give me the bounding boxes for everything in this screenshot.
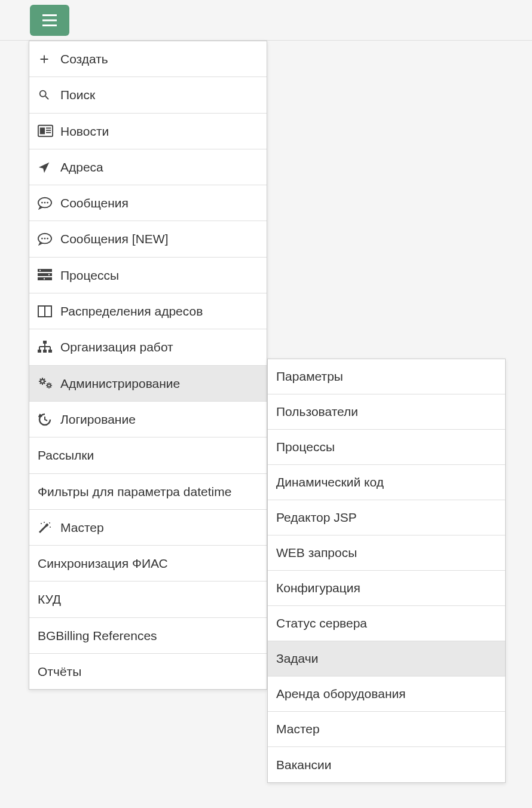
menu-item-label: Адреса [60, 159, 258, 175]
menu-item-label: Фильтры для параметра datetime [38, 483, 258, 500]
submenu-item-8[interactable]: Задачи [268, 641, 505, 677]
submenu-item-label: Редактор JSP [276, 510, 357, 525]
svg-rect-24 [43, 341, 47, 344]
menu-item-4[interactable]: Сообщения [29, 185, 267, 221]
menu-item-label: Распределения адресов [60, 303, 258, 319]
menu-item-11[interactable]: Рассылки [29, 437, 267, 473]
submenu-item-6[interactable]: Конфигурация [268, 571, 505, 606]
submenu-item-label: Конфигурация [276, 581, 360, 595]
gears-icon [38, 377, 60, 390]
menu-item-12[interactable]: Фильтры для параметра datetime [29, 474, 267, 510]
plus-icon [38, 53, 60, 66]
submenu-item-1[interactable]: Пользователи [268, 394, 505, 430]
menu-item-3[interactable]: Адреса [29, 149, 267, 185]
magic-icon [38, 521, 60, 534]
sub-menu: ПараметрыПользователиПроцессыДинамически… [267, 359, 506, 783]
submenu-item-label: Мастер [276, 722, 320, 736]
menu-item-label: Организация работ [60, 339, 258, 355]
svg-rect-20 [48, 274, 50, 276]
submenu-item-label: Параметры [276, 369, 343, 384]
submenu-item-label: Динамический код [276, 475, 384, 489]
location-icon [38, 161, 60, 174]
menu-item-label: Мастер [60, 519, 258, 535]
menu-item-7[interactable]: Распределения адресов [29, 293, 267, 329]
hamburger-button[interactable] [30, 5, 69, 36]
menu-item-label: Новости [60, 123, 258, 139]
svg-rect-26 [43, 350, 47, 353]
chat-icon [38, 197, 60, 210]
menu-item-label: Процессы [60, 267, 258, 283]
menu-item-17[interactable]: Отчёты [29, 654, 267, 689]
svg-point-15 [47, 238, 48, 240]
svg-rect-21 [44, 278, 45, 280]
submenu-item-label: Пользователи [276, 405, 358, 419]
svg-point-33 [41, 379, 44, 383]
svg-rect-7 [46, 132, 51, 133]
submenu-item-3[interactable]: Динамический код [268, 465, 505, 500]
svg-point-40 [44, 522, 45, 523]
menu-item-label: Поиск [60, 87, 258, 103]
submenu-item-label: Аренда оборудования [276, 687, 406, 701]
svg-rect-2 [42, 25, 57, 26]
svg-rect-0 [42, 14, 57, 16]
svg-point-13 [41, 238, 43, 240]
news-icon [38, 124, 60, 137]
menu-item-label: КУД [38, 591, 258, 607]
menu-item-13[interactable]: Мастер [29, 510, 267, 546]
svg-rect-1 [42, 19, 57, 21]
menu-item-10[interactable]: Логирование [29, 402, 267, 437]
submenu-item-label: Статус сервера [276, 616, 367, 631]
menu-item-label: Логирование [60, 411, 258, 427]
submenu-item-11[interactable]: Вакансии [268, 747, 505, 782]
menu-item-label: Сообщения [NEW] [60, 231, 258, 247]
submenu-item-10[interactable]: Мастер [268, 712, 505, 747]
menu-item-label: Отчёты [38, 663, 258, 680]
menu-item-2[interactable]: Новости [29, 114, 267, 149]
submenu-item-label: WEB запросы [276, 546, 357, 560]
submenu-item-7[interactable]: Статус сервера [268, 606, 505, 641]
menu-item-1[interactable]: Поиск [29, 77, 267, 113]
menu-item-16[interactable]: BGBilling References [29, 618, 267, 654]
menu-item-14[interactable]: Синхронизация ФИАС [29, 546, 267, 581]
menu-item-label: Синхронизация ФИАС [38, 555, 258, 571]
svg-rect-27 [48, 350, 52, 353]
svg-rect-19 [39, 270, 41, 271]
svg-rect-6 [46, 130, 51, 131]
svg-point-10 [44, 202, 46, 204]
submenu-item-0[interactable]: Параметры [268, 359, 505, 394]
svg-rect-4 [40, 128, 45, 134]
submenu-item-4[interactable]: Редактор JSP [268, 500, 505, 535]
svg-line-36 [46, 524, 48, 526]
svg-point-11 [47, 202, 48, 204]
menu-item-5[interactable]: Сообщения [NEW] [29, 221, 267, 257]
history-icon [38, 413, 60, 426]
svg-point-37 [49, 522, 50, 524]
svg-point-39 [41, 523, 42, 524]
menu-item-0[interactable]: Создать [29, 41, 267, 77]
svg-point-38 [50, 527, 51, 528]
svg-point-34 [48, 384, 51, 387]
chat-icon [38, 232, 60, 246]
columns-icon [38, 305, 60, 317]
sitemap-icon [38, 341, 60, 354]
menu-item-9[interactable]: Администрирование [29, 366, 267, 402]
menu-item-label: Сообщения [60, 195, 258, 211]
topbar [0, 0, 532, 41]
menu-item-label: Администрирование [60, 375, 258, 391]
search-icon [38, 88, 60, 102]
menu-item-label: Создать [60, 51, 258, 67]
submenu-item-2[interactable]: Процессы [268, 430, 505, 465]
menu-item-label: Рассылки [38, 447, 258, 463]
menu-item-label: BGBilling References [38, 628, 258, 644]
tasks-icon [38, 269, 60, 281]
submenu-item-9[interactable]: Аренда оборудования [268, 677, 505, 712]
menu-item-6[interactable]: Процессы [29, 258, 267, 293]
menu-item-15[interactable]: КУД [29, 581, 267, 617]
submenu-item-label: Задачи [276, 651, 319, 666]
submenu-item-5[interactable]: WEB запросы [268, 535, 505, 571]
svg-rect-17 [38, 273, 52, 276]
submenu-item-label: Процессы [276, 440, 335, 454]
submenu-item-label: Вакансии [276, 758, 332, 772]
menu-item-8[interactable]: Организация работ [29, 329, 267, 365]
svg-rect-25 [38, 350, 41, 353]
